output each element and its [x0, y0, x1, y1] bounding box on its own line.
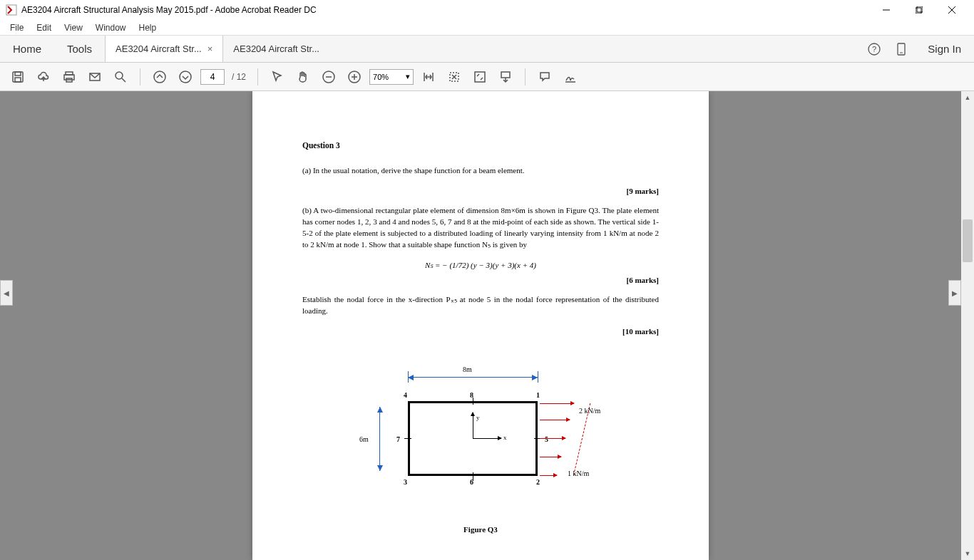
zoom-in-icon[interactable] [344, 66, 365, 88]
scroll-thumb[interactable] [963, 219, 973, 262]
dim-vertical [379, 407, 380, 471]
fullscreen-icon[interactable] [469, 66, 491, 88]
tab-document-inactive[interactable]: AE3204 Aircraft Str... [222, 36, 329, 62]
vertical-scrollbar[interactable]: ▲ ▼ [961, 91, 974, 560]
window-title: AE3204 Aircraft Structural Analysis May … [21, 5, 870, 15]
menu-view[interactable]: View [58, 21, 88, 34]
menu-edit[interactable]: Edit [31, 21, 57, 34]
load-top-label: 2 kN/m [579, 407, 600, 415]
node-4: 4 [404, 391, 407, 399]
node-1: 1 [536, 391, 540, 399]
toolbar: / 12 70%▾ [0, 63, 974, 91]
document-viewport[interactable]: Question 3 (a) In the usual notation, de… [0, 91, 961, 560]
figure-diagram: 8m 6m x y 1 2 3 4 5 6 7 8 [345, 370, 616, 512]
search-icon[interactable] [110, 66, 131, 88]
svg-rect-2 [916, 8, 921, 14]
svg-point-21 [180, 71, 191, 83]
tab-document-active[interactable]: AE3204 Aircraft Str... × [105, 36, 222, 62]
dim-v-label: 6m [359, 435, 369, 443]
close-button[interactable] [935, 0, 968, 20]
cloud-icon[interactable] [33, 66, 54, 88]
print-icon[interactable] [58, 66, 80, 88]
help-icon[interactable]: ? [861, 36, 888, 62]
part-c: Establish the nodal force in the x-direc… [302, 294, 659, 317]
pdf-page: Question 3 (a) In the usual notation, de… [252, 91, 709, 560]
marks-b: [6 marks] [302, 276, 659, 284]
tab-document-label: AE3204 Aircraft Str... [116, 43, 202, 54]
equation: N₅ = − (1/72) (y − 3)(y + 3)(x + 4) [302, 261, 659, 270]
svg-point-18 [116, 72, 123, 79]
node-7: 7 [396, 435, 400, 443]
mobile-icon[interactable] [888, 36, 915, 62]
title-bar: AE3204 Aircraft Structural Analysis May … [0, 0, 974, 20]
figure-caption: Figure Q3 [302, 525, 659, 534]
svg-rect-32 [501, 72, 510, 78]
page-number-input[interactable] [200, 69, 225, 85]
tab-home[interactable]: Home [0, 36, 54, 62]
read-mode-icon[interactable] [495, 66, 516, 88]
svg-rect-15 [64, 75, 74, 80]
node-2: 2 [536, 478, 540, 486]
load-arrow [540, 438, 565, 439]
page-down-icon[interactable] [175, 66, 196, 88]
tab-document-label: AE3204 Aircraft Str... [233, 43, 319, 54]
comment-icon[interactable] [534, 66, 555, 88]
load-arrow [540, 403, 574, 404]
tabs-bar: Home Tools AE3204 Aircraft Str... × AE32… [0, 36, 974, 63]
zoom-out-icon[interactable] [318, 66, 339, 88]
scroll-down-icon[interactable]: ▼ [961, 547, 974, 560]
menu-window[interactable]: Window [90, 21, 132, 34]
dim-h-label: 8m [463, 365, 472, 373]
zoom-value: 70% [373, 73, 389, 81]
tab-close-icon[interactable]: × [207, 43, 213, 54]
part-a: (a) In the usual notation, derive the sh… [302, 165, 659, 177]
axis-x [473, 438, 501, 439]
axis-y-label: y [476, 414, 480, 421]
sign-icon[interactable] [560, 66, 581, 88]
minimize-button[interactable] [870, 0, 903, 20]
load-arrow [540, 420, 570, 420]
svg-point-20 [154, 71, 165, 83]
fit-page-icon[interactable] [444, 66, 465, 88]
chevron-down-icon: ▾ [406, 72, 410, 81]
scroll-up-icon[interactable]: ▲ [961, 91, 974, 104]
fit-width-icon[interactable] [418, 66, 439, 88]
node-5: 5 [545, 435, 548, 443]
prev-page-arrow[interactable]: ◀ [0, 280, 13, 306]
axis-x-label: x [503, 434, 507, 441]
dim-horizontal [408, 377, 538, 378]
tab-tools[interactable]: Tools [54, 36, 105, 62]
node-3: 3 [404, 478, 407, 486]
svg-rect-3 [917, 6, 923, 12]
menu-help[interactable]: Help [133, 21, 163, 34]
part-b: (b) A two-dimensional rectangular plate … [302, 205, 659, 251]
pointer-icon[interactable] [267, 66, 288, 88]
menu-file[interactable]: File [4, 21, 29, 34]
pdf-icon [6, 4, 17, 16]
marks-c: [10 marks] [302, 327, 659, 336]
page-count: / 12 [232, 72, 246, 82]
svg-text:?: ? [872, 45, 876, 53]
load-arrow [540, 475, 557, 476]
hand-icon[interactable] [292, 66, 314, 88]
load-arrow [540, 457, 561, 457]
question-title: Question 3 [302, 141, 659, 150]
maximize-button[interactable] [903, 0, 935, 20]
save-icon[interactable] [7, 66, 29, 88]
svg-rect-8 [898, 43, 905, 55]
marks-a: [9 marks] [302, 187, 659, 195]
svg-line-19 [122, 78, 125, 82]
next-page-arrow[interactable]: ▶ [948, 280, 961, 306]
svg-rect-31 [475, 72, 485, 82]
svg-rect-12 [15, 78, 21, 82]
svg-rect-10 [13, 72, 23, 82]
svg-rect-11 [15, 72, 21, 76]
mail-icon[interactable] [84, 66, 106, 88]
menu-bar: File Edit View Window Help [0, 20, 974, 36]
axis-y [473, 413, 473, 438]
sign-in-button[interactable]: Sign In [915, 36, 974, 62]
load-bot-label: 1 kN/m [568, 470, 589, 477]
page-up-icon[interactable] [149, 66, 170, 88]
zoom-select[interactable]: 70%▾ [369, 69, 414, 85]
